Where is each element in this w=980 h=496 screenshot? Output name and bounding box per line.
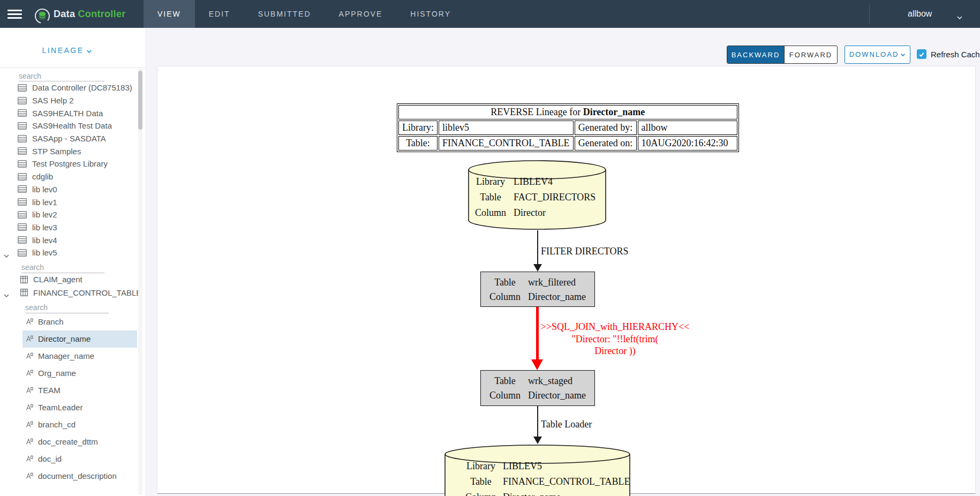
sidebar-item-column[interactable]: TEAM bbox=[22, 382, 137, 399]
generated-by-value-cell: allbow bbox=[638, 121, 737, 135]
chevron-down-icon[interactable] bbox=[3, 290, 10, 299]
library-icon bbox=[18, 109, 27, 117]
refresh-cache-label: Refresh Cache bbox=[931, 50, 980, 59]
sidebar-item-column[interactable]: Manager_name bbox=[22, 348, 137, 365]
node-wrk-filtered: Tablewrk_filtered ColumnDirector_name bbox=[480, 272, 595, 307]
sidebar-item-library[interactable]: lib lev1 bbox=[0, 196, 138, 208]
column-label: TeamLeader bbox=[38, 403, 82, 412]
tab[interactable]: VIEW bbox=[144, 0, 195, 28]
library-label: lib lev0 bbox=[32, 185, 57, 194]
sidebar-item-library[interactable]: SAS9HEALTH Data bbox=[0, 107, 138, 119]
sidebar-item-column[interactable]: Director_name bbox=[22, 330, 137, 348]
library-value-cell: liblev5 bbox=[439, 121, 574, 135]
scrollbar-thumb[interactable] bbox=[138, 71, 142, 130]
hamburger-menu-icon[interactable] bbox=[7, 10, 22, 19]
table-grid-icon bbox=[20, 276, 28, 283]
download-button[interactable]: DOWNLOAD bbox=[845, 46, 910, 64]
column-search bbox=[25, 303, 109, 313]
sidebar-item-column[interactable]: Branch bbox=[22, 313, 137, 330]
library-label: STP Samples bbox=[32, 147, 81, 156]
sidebar-item-column[interactable]: doc_create_dttm bbox=[22, 433, 137, 450]
column-list: Branch Director_name Manager_name bbox=[0, 313, 138, 485]
lineage-header-table: REVERSE Lineage for Director_name Librar… bbox=[397, 103, 739, 152]
column-label: Org_name bbox=[38, 369, 76, 378]
character-column-icon bbox=[25, 386, 33, 394]
chevron-down-icon[interactable] bbox=[956, 12, 963, 22]
library-icon bbox=[18, 249, 27, 257]
edge-table-loader bbox=[537, 406, 538, 437]
arrowhead-icon bbox=[533, 437, 542, 444]
chevron-down-icon[interactable] bbox=[3, 251, 10, 260]
sidebar-item-library[interactable]: lib lev4 bbox=[0, 234, 138, 246]
library-icon bbox=[18, 211, 27, 219]
library-icon bbox=[18, 147, 27, 155]
library-label: Data Controller (DC875183) bbox=[32, 83, 132, 92]
node-wrk-staged: Tablewrk_staged ColumnDirector_name bbox=[480, 370, 595, 406]
sidebar-item-library[interactable]: Test Postgres Library bbox=[0, 157, 138, 170]
library-list: Data Controller (DC875183) SAS Help 2 bbox=[0, 81, 138, 259]
column-label: TEAM bbox=[38, 386, 61, 395]
lineage-title: REVERSE Lineage for Director_name bbox=[398, 105, 737, 119]
library-icon bbox=[18, 122, 27, 130]
character-column-icon bbox=[25, 318, 33, 326]
sidebar-item-library[interactable]: SAS9Health Test Data bbox=[0, 119, 138, 132]
library-icon bbox=[18, 185, 27, 193]
sidebar-item-table[interactable]: FINANCE_CONTROL_TABLE bbox=[0, 286, 138, 299]
backward-button[interactable]: BACKWARD bbox=[727, 46, 784, 63]
main-tabs: VIEW EDIT SUBMITTED APPROVE HISTORY bbox=[144, 0, 465, 28]
sidebar-item-library[interactable]: Data Controller (DC875183) bbox=[0, 81, 138, 94]
generated-on-label-cell: Generated on: bbox=[575, 136, 637, 151]
forward-button[interactable]: FORWARD bbox=[784, 46, 837, 63]
sidebar-item-column[interactable]: Org_name bbox=[22, 365, 137, 382]
top-bar: Data Controller VIEW EDIT SUBMITTED APPR… bbox=[0, 0, 980, 28]
library-icon bbox=[18, 173, 27, 181]
library-icon bbox=[18, 223, 27, 231]
sidebar-item-library[interactable]: lib lev3 bbox=[0, 221, 138, 234]
library-search-input[interactable] bbox=[19, 71, 104, 81]
column-search-input[interactable] bbox=[25, 303, 109, 313]
table-grid-icon bbox=[20, 289, 28, 296]
library-icon bbox=[18, 160, 27, 168]
sidebar: LINEAGE Data Controller (DC875183) bbox=[0, 28, 145, 496]
sidebar-item-column[interactable]: doc_id bbox=[22, 450, 137, 468]
table-list: CLAIM_agent FINANCE_CONTROL_TABLE bbox=[0, 273, 138, 299]
character-column-icon bbox=[25, 335, 33, 343]
tab[interactable]: SUBMITTED bbox=[244, 0, 325, 28]
library-label: Test Postgres Library bbox=[32, 159, 108, 168]
user-menu[interactable]: allbow bbox=[908, 0, 932, 28]
table-label-cell: Table: bbox=[398, 136, 438, 151]
table-search-input[interactable] bbox=[21, 262, 104, 273]
edge-label-sql-join: >>SQL_JOIN_with_HIERARCHY<< "Director: "… bbox=[539, 321, 691, 357]
chevron-down-icon bbox=[900, 53, 906, 57]
sidebar-item-column[interactable]: document_description bbox=[22, 468, 137, 485]
sidebar-item-table[interactable]: CLAIM_agent bbox=[0, 273, 138, 287]
character-column-icon bbox=[25, 369, 33, 377]
character-column-icon bbox=[25, 438, 33, 446]
library-label: SASApp - SASDATA bbox=[32, 134, 106, 143]
lineage-mode-selector[interactable]: LINEAGE bbox=[0, 45, 134, 56]
sidebar-item-library[interactable]: lib lev5 bbox=[0, 246, 138, 259]
column-label: Branch bbox=[38, 317, 64, 326]
arrowhead-icon bbox=[531, 359, 543, 370]
sidebar-item-column[interactable]: branch_cd bbox=[22, 416, 137, 433]
app-title: Data Controller bbox=[54, 0, 126, 28]
column-label: doc_create_dttm bbox=[38, 437, 98, 446]
tab[interactable]: HISTORY bbox=[396, 0, 465, 28]
sidebar-item-column[interactable]: TeamLeader bbox=[22, 399, 137, 416]
sidebar-item-library[interactable]: lib lev2 bbox=[0, 208, 138, 221]
sidebar-item-library[interactable]: SAS Help 2 bbox=[0, 94, 138, 107]
refresh-cache-checkbox[interactable] bbox=[917, 49, 926, 59]
sidebar-item-library[interactable]: SASApp - SASDATA bbox=[0, 132, 138, 145]
tab[interactable]: APPROVE bbox=[325, 0, 397, 28]
arrowhead-icon bbox=[533, 264, 542, 272]
sidebar-item-library[interactable]: lib lev0 bbox=[0, 183, 138, 196]
tab[interactable]: EDIT bbox=[195, 0, 244, 28]
library-label: SAS Help 2 bbox=[32, 96, 74, 105]
character-column-icon bbox=[25, 420, 33, 429]
node-fact-directors: LibraryLIBLEV4 TableFACT_DIRECTORS Colum… bbox=[468, 160, 607, 230]
library-label: lib lev4 bbox=[32, 236, 57, 245]
table-label: CLAIM_agent bbox=[33, 275, 82, 284]
sidebar-item-library[interactable]: STP Samples bbox=[0, 145, 138, 157]
library-icon bbox=[18, 135, 27, 142]
sidebar-item-library[interactable]: cdglib bbox=[0, 170, 138, 183]
